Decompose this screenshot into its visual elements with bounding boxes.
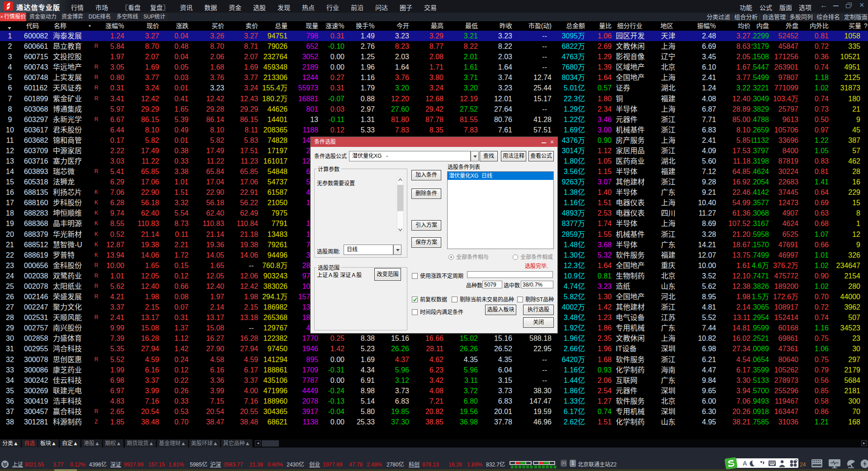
- svg-text:A: A: [743, 460, 747, 467]
